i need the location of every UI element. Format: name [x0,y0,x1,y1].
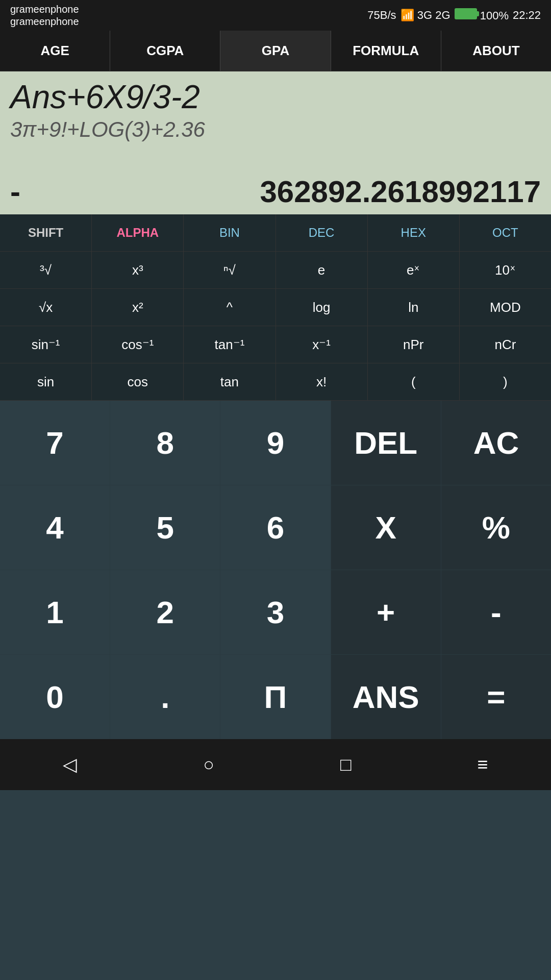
btn-cbrt[interactable]: ³√ [0,252,92,288]
btn-equals[interactable]: = [441,655,551,739]
nav-tabs: AGE CGPA GPA FORMULA ABOUT [0,31,551,71]
calculator-display: Ans+6X9/3-2 3π+9!+LOG(3)+2.36 - 362892.2… [0,71,551,214]
btn-subtract[interactable]: - [441,570,551,654]
btn-1[interactable]: 1 [0,570,110,654]
btn-10x[interactable]: 10ˣ [460,252,551,288]
btn-dec[interactable]: DEC [276,214,368,251]
num-row-1: 7 8 9 DEL AC [0,401,551,485]
btn-multiply[interactable]: X [331,485,441,570]
home-button[interactable]: ○ [203,754,214,775]
btn-add[interactable]: + [331,570,441,654]
input-expression: Ans+6X9/3-2 [10,79,541,115]
status-bar: grameenphone grameenphone 75B/s 📶 3G 2G … [0,0,551,31]
btn-8[interactable]: 8 [110,401,220,485]
carrier-info: grameenphone grameenphone [10,3,79,28]
btn-ans[interactable]: ANS [331,655,441,739]
scientific-keypad: SHIFT ALPHA BIN DEC HEX OCT ³√ x³ ⁿ√ e e… [0,214,551,401]
btn-cos[interactable]: cos [92,363,184,400]
btn-asin[interactable]: sin⁻¹ [0,326,92,363]
btn-alpha[interactable]: ALPHA [92,214,184,251]
btn-hex[interactable]: HEX [368,214,460,251]
recent-apps-button[interactable]: □ [340,754,352,775]
menu-button[interactable]: ≡ [478,754,488,775]
btn-sin[interactable]: sin [0,363,92,400]
btn-shift[interactable]: SHIFT [0,214,92,251]
num-row-2: 4 5 6 X % [0,485,551,570]
sci-row-modes: SHIFT ALPHA BIN DEC HEX OCT [0,214,551,252]
btn-2[interactable]: 2 [110,570,220,654]
btn-7[interactable]: 7 [0,401,110,485]
speed: 75B/s [367,9,396,22]
btn-decimal[interactable]: . [110,655,220,739]
btn-xfact[interactable]: x! [276,363,368,400]
battery-indicator: 100% [455,8,509,22]
btn-oct[interactable]: OCT [460,214,551,251]
number-keypad: 7 8 9 DEL AC 4 5 6 X % 1 2 3 + - 0 . Π A… [0,401,551,739]
btn-bin[interactable]: BIN [184,214,276,251]
btn-acos[interactable]: cos⁻¹ [92,326,184,363]
minus-indicator: - [10,174,20,209]
btn-0[interactable]: 0 [0,655,110,739]
btn-4[interactable]: 4 [0,485,110,570]
time: 22:22 [513,9,541,22]
sci-row-5: sin cos tan x! ( ) [0,363,551,400]
btn-ac[interactable]: AC [441,401,551,485]
battery-level: 100 [480,9,499,22]
btn-open-paren[interactable]: ( [368,363,460,400]
btn-percent[interactable]: % [441,485,551,570]
btn-5[interactable]: 5 [110,485,220,570]
bottom-nav: ◁ ○ □ ≡ [0,739,551,790]
btn-ln[interactable]: ln [368,289,460,326]
btn-x3[interactable]: x³ [92,252,184,288]
status-right: 75B/s 📶 3G 2G 100% 22:22 [367,8,541,22]
btn-pi[interactable]: Π [220,655,331,739]
btn-mod[interactable]: MOD [460,289,551,326]
sci-row-4: sin⁻¹ cos⁻¹ tan⁻¹ x⁻¹ nPr nCr [0,326,551,363]
btn-close-paren[interactable]: ) [460,363,551,400]
tab-gpa[interactable]: GPA [220,31,331,71]
tab-cgpa[interactable]: CGPA [110,31,220,71]
back-button[interactable]: ◁ [63,754,77,775]
btn-log[interactable]: log [276,289,368,326]
secondary-expression: 3π+9!+LOG(3)+2.36 [10,117,541,142]
btn-9[interactable]: 9 [220,401,331,485]
carrier2: grameenphone [10,15,79,28]
carrier1: grameenphone [10,3,79,15]
battery-icon [455,8,477,19]
btn-npr[interactable]: nPr [368,326,460,363]
btn-xinv[interactable]: x⁻¹ [276,326,368,363]
btn-x2[interactable]: x² [92,289,184,326]
sci-row-2: ³√ x³ ⁿ√ e eˣ 10ˣ [0,252,551,289]
btn-ncr[interactable]: nCr [460,326,551,363]
btn-3[interactable]: 3 [220,570,331,654]
tab-age[interactable]: AGE [0,31,110,71]
sci-row-3: √x x² ^ log ln MOD [0,289,551,326]
tab-about[interactable]: ABOUT [441,31,551,71]
tab-formula[interactable]: FORMULA [331,31,441,71]
btn-e[interactable]: e [276,252,368,288]
btn-del[interactable]: DEL [331,401,441,485]
btn-power[interactable]: ^ [184,289,276,326]
network-icons: 📶 3G 2G [400,9,450,22]
num-row-3: 1 2 3 + - [0,570,551,655]
result-value: 362892.2618992117 [260,174,541,209]
btn-nrt[interactable]: ⁿ√ [184,252,276,288]
btn-sqrt[interactable]: √x [0,289,92,326]
btn-atan[interactable]: tan⁻¹ [184,326,276,363]
btn-tan[interactable]: tan [184,363,276,400]
btn-6[interactable]: 6 [220,485,331,570]
btn-ex[interactable]: eˣ [368,252,460,288]
num-row-4: 0 . Π ANS = [0,655,551,739]
